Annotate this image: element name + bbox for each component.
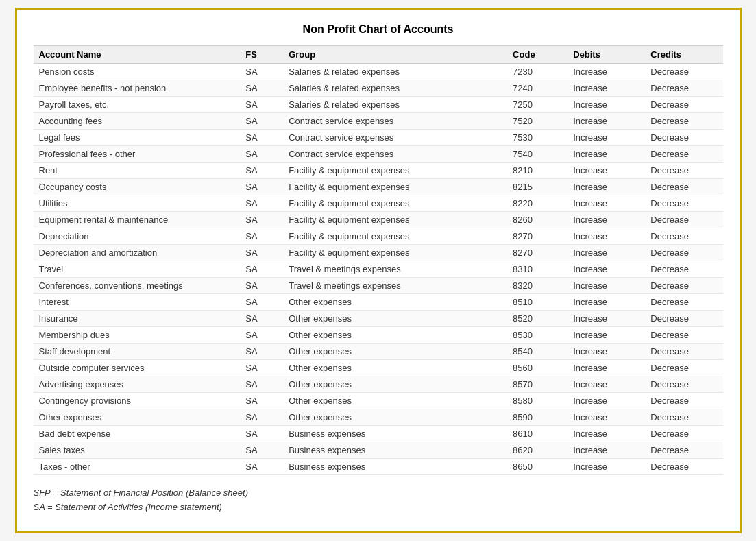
- cell-account: Interest: [34, 294, 241, 311]
- cell-code: 7230: [507, 64, 568, 80]
- cell-group: Other expenses: [283, 311, 507, 327]
- table-row: Contingency provisions SA Other expenses…: [34, 393, 723, 409]
- cell-group: Facility & equipment expenses: [283, 228, 507, 245]
- cell-group: Other expenses: [283, 344, 507, 360]
- cell-group: Business expenses: [283, 442, 507, 459]
- cell-debits: Increase: [568, 228, 645, 245]
- cell-debits: Increase: [568, 311, 645, 327]
- cell-credits: Decrease: [645, 113, 722, 130]
- cell-code: 7520: [507, 113, 568, 130]
- cell-account: Pension costs: [34, 64, 241, 80]
- cell-code: 8560: [507, 360, 568, 376]
- table-row: Conferences, conventions, meetings SA Tr…: [34, 278, 723, 294]
- table-row: Payroll taxes, etc. SA Salaries & relate…: [34, 97, 723, 113]
- table-row: Membership dues SA Other expenses 8530 I…: [34, 327, 723, 344]
- cell-credits: Decrease: [645, 426, 722, 442]
- cell-account: Accounting fees: [34, 113, 241, 130]
- cell-debits: Increase: [568, 146, 645, 163]
- cell-debits: Increase: [568, 442, 645, 459]
- cell-fs: SA: [240, 278, 283, 294]
- footnote-sfp: SFP = Statement of Financial Position (B…: [34, 486, 723, 501]
- table-row: Utilities SA Facility & equipment expens…: [34, 195, 723, 212]
- cell-group: Facility & equipment expenses: [283, 163, 507, 179]
- cell-code: 7240: [507, 80, 568, 97]
- cell-fs: SA: [240, 344, 283, 360]
- cell-credits: Decrease: [645, 409, 722, 426]
- cell-account: Outside computer services: [34, 360, 241, 376]
- page-title: Non Profit Chart of Accounts: [34, 23, 723, 36]
- cell-credits: Decrease: [645, 376, 722, 393]
- cell-debits: Increase: [568, 113, 645, 130]
- cell-group: Contract service expenses: [283, 113, 507, 130]
- cell-credits: Decrease: [645, 344, 722, 360]
- header-group: Group: [283, 46, 507, 64]
- table-row: Interest SA Other expenses 8510 Increase…: [34, 294, 723, 311]
- table-row: Depreciation and amortization SA Facilit…: [34, 245, 723, 261]
- cell-credits: Decrease: [645, 163, 722, 179]
- table-row: Insurance SA Other expenses 8520 Increas…: [34, 311, 723, 327]
- cell-credits: Decrease: [645, 442, 722, 459]
- cell-fs: SA: [240, 459, 283, 475]
- cell-account: Employee benefits - not pension: [34, 80, 241, 97]
- table-row: Equipment rental & maintenance SA Facili…: [34, 212, 723, 228]
- cell-account: Membership dues: [34, 327, 241, 344]
- table-row: Advertising expenses SA Other expenses 8…: [34, 376, 723, 393]
- cell-debits: Increase: [568, 212, 645, 228]
- header-code: Code: [507, 46, 568, 64]
- cell-debits: Increase: [568, 360, 645, 376]
- cell-code: 8270: [507, 228, 568, 245]
- table-row: Legal fees SA Contract service expenses …: [34, 130, 723, 146]
- cell-credits: Decrease: [645, 393, 722, 409]
- cell-account: Payroll taxes, etc.: [34, 97, 241, 113]
- cell-credits: Decrease: [645, 294, 722, 311]
- cell-code: 8590: [507, 409, 568, 426]
- cell-code: 7250: [507, 97, 568, 113]
- cell-account: Bad debt expense: [34, 426, 241, 442]
- cell-account: Depreciation and amortization: [34, 245, 241, 261]
- cell-group: Facility & equipment expenses: [283, 212, 507, 228]
- cell-fs: SA: [240, 146, 283, 163]
- cell-code: 8260: [507, 212, 568, 228]
- cell-account: Occupancy costs: [34, 179, 241, 195]
- cell-code: 8320: [507, 278, 568, 294]
- cell-account: Staff development: [34, 344, 241, 360]
- cell-debits: Increase: [568, 278, 645, 294]
- cell-credits: Decrease: [645, 80, 722, 97]
- cell-fs: SA: [240, 163, 283, 179]
- cell-group: Salaries & related expenses: [283, 80, 507, 97]
- footnotes: SFP = Statement of Financial Position (B…: [34, 486, 723, 515]
- cell-credits: Decrease: [645, 179, 722, 195]
- cell-debits: Increase: [568, 179, 645, 195]
- cell-account: Legal fees: [34, 130, 241, 146]
- table-row: Bad debt expense SA Business expenses 86…: [34, 426, 723, 442]
- cell-group: Facility & equipment expenses: [283, 179, 507, 195]
- cell-debits: Increase: [568, 327, 645, 344]
- cell-code: 8620: [507, 442, 568, 459]
- table-row: Professional fees - other SA Contract se…: [34, 146, 723, 163]
- cell-credits: Decrease: [645, 360, 722, 376]
- cell-code: 8270: [507, 245, 568, 261]
- cell-fs: SA: [240, 409, 283, 426]
- table-row: Accounting fees SA Contract service expe…: [34, 113, 723, 130]
- cell-account: Utilities: [34, 195, 241, 212]
- table-row: Rent SA Facility & equipment expenses 82…: [34, 163, 723, 179]
- cell-debits: Increase: [568, 344, 645, 360]
- cell-debits: Increase: [568, 459, 645, 475]
- cell-account: Sales taxes: [34, 442, 241, 459]
- cell-fs: SA: [240, 426, 283, 442]
- cell-account: Rent: [34, 163, 241, 179]
- table-row: Pension costs SA Salaries & related expe…: [34, 64, 723, 80]
- cell-fs: SA: [240, 80, 283, 97]
- cell-group: Other expenses: [283, 393, 507, 409]
- cell-credits: Decrease: [645, 245, 722, 261]
- table-row: Staff development SA Other expenses 8540…: [34, 344, 723, 360]
- cell-account: Equipment rental & maintenance: [34, 212, 241, 228]
- cell-code: 8310: [507, 261, 568, 278]
- cell-code: 8540: [507, 344, 568, 360]
- cell-credits: Decrease: [645, 195, 722, 212]
- cell-code: 8510: [507, 294, 568, 311]
- cell-debits: Increase: [568, 130, 645, 146]
- cell-debits: Increase: [568, 163, 645, 179]
- cell-account: Contingency provisions: [34, 393, 241, 409]
- cell-account: Depreciation: [34, 228, 241, 245]
